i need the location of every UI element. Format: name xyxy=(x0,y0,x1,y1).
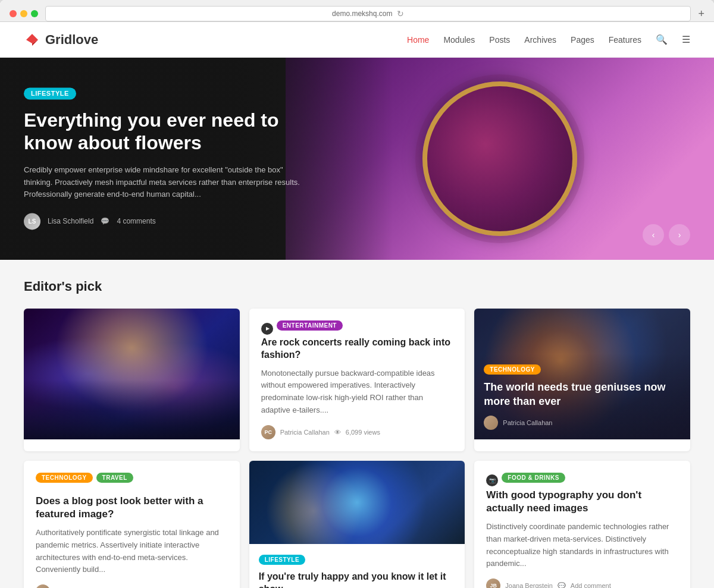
navbar: Gridlove Home Modules Posts Archives Pag… xyxy=(0,22,714,58)
avatar: LS xyxy=(24,213,40,230)
play-icon xyxy=(261,323,273,335)
card-concert xyxy=(24,309,240,451)
nav-archives[interactable]: Archives xyxy=(524,35,556,45)
comment-icon: 💬 xyxy=(101,218,109,226)
nav-posts[interactable]: Posts xyxy=(489,35,510,45)
minimize-button[interactable] xyxy=(20,10,27,17)
avatar: JB xyxy=(486,578,500,588)
avatar: PC xyxy=(261,425,275,439)
card-title[interactable]: With good typography you don't actually … xyxy=(486,489,678,515)
card-text: 📷 FOOD & DRINKS With good typography you… xyxy=(474,461,690,588)
card-blog-post: TECHNOLOGY TRAVEL Does a blog post look … xyxy=(24,461,240,588)
nav-features[interactable]: Features xyxy=(609,35,641,45)
card-text: TECHNOLOGY TRAVEL Does a blog post look … xyxy=(24,461,240,588)
lifestyle-image xyxy=(249,461,465,544)
tech-tag: TECHNOLOGY xyxy=(484,364,541,375)
nav-home[interactable]: Home xyxy=(407,35,429,45)
logo-icon xyxy=(24,32,40,48)
refresh-icon[interactable]: ↻ xyxy=(397,9,404,18)
card-meta: LS Lisa Scholfield 💬 Add comment xyxy=(36,584,228,588)
section-title: Editor's pick xyxy=(24,279,690,294)
next-slide-button[interactable]: › xyxy=(669,224,690,246)
tags-row: TECHNOLOGY TRAVEL xyxy=(36,473,228,489)
tag-row: 📷 FOOD & DRINKS xyxy=(486,473,678,489)
card-tag-travel: TRAVEL xyxy=(96,473,133,483)
maximize-button[interactable] xyxy=(31,10,38,17)
card-text: ENTERTAINMENT Are rock concerts really c… xyxy=(249,309,465,451)
tech-card-text: TECHNOLOGY The world needs true geniuses… xyxy=(474,354,690,439)
tag-row: ENTERTAINMENT xyxy=(261,320,453,337)
lifestyle-tag: LIFESTYLE xyxy=(259,555,305,565)
hero-content: LIFESTYLE Everything you ever need to kn… xyxy=(24,87,309,229)
hero-author: Lisa Scholfield xyxy=(48,218,93,226)
card-meta: JB Joana Bergstein 💬 Add comment xyxy=(486,578,678,588)
card-typography: 📷 FOOD & DRINKS With good typography you… xyxy=(474,461,690,588)
hero-excerpt: Credibly empower enterprise wide mindsha… xyxy=(24,164,309,201)
editors-grid: ENTERTAINMENT Are rock concerts really c… xyxy=(24,309,690,588)
card-excerpt: Authoritatively pontificate synergistic … xyxy=(36,527,228,576)
concert-image xyxy=(24,309,240,439)
add-comment-link2[interactable]: Add comment xyxy=(571,582,611,588)
card-tag: ENTERTAINMENT xyxy=(277,320,343,331)
prev-slide-button[interactable]: ‹ xyxy=(643,224,664,246)
camera-icon: 📷 xyxy=(486,474,498,486)
card-author: Patricia Callahan xyxy=(280,429,330,436)
browser-chrome: demo.mekshq.com ↻ + xyxy=(0,0,714,22)
hero-image xyxy=(422,81,577,236)
card-title[interactable]: If you're truly happy and you know it le… xyxy=(259,571,456,588)
sparkle xyxy=(249,461,465,544)
card-title[interactable]: Are rock concerts really coming back int… xyxy=(261,337,453,361)
hero-comments: 4 comments xyxy=(117,218,155,226)
tech-author: Patricia Callahan xyxy=(503,419,552,426)
search-icon[interactable]: 🔍 xyxy=(656,34,668,45)
concert-crowd xyxy=(24,380,240,439)
url-text: demo.mekshq.com xyxy=(332,10,392,18)
hero-meta: LS Lisa Scholfield 💬 4 comments xyxy=(24,213,309,230)
card-views: 6,099 views xyxy=(346,429,380,436)
hero-title: Everything you ever need to know about f… xyxy=(24,109,309,155)
slider-controls: ‹ › xyxy=(643,224,690,246)
card-title[interactable]: Does a blog post look better with a feat… xyxy=(36,495,228,521)
nav-modules[interactable]: Modules xyxy=(443,35,475,45)
card-meta: PC Patricia Callahan 👁 6,099 views xyxy=(261,425,453,439)
logo-text: Gridlove xyxy=(45,32,98,48)
nav-pages[interactable]: Pages xyxy=(571,35,594,45)
card-author: Joana Bergstein xyxy=(505,582,553,588)
card-rock-concerts: ENTERTAINMENT Are rock concerts really c… xyxy=(249,309,465,451)
new-tab-button[interactable]: + xyxy=(698,8,704,20)
tech-card-meta: Patricia Callahan xyxy=(484,416,681,430)
window-controls xyxy=(10,10,38,17)
hero-slider: LIFESTYLE Everything you ever need to kn… xyxy=(0,58,714,260)
card-text: LIFESTYLE If you're truly happy and you … xyxy=(249,544,465,588)
card-excerpt: Distinctively coordinate pandemic techno… xyxy=(486,521,678,570)
avatar xyxy=(484,416,498,430)
address-bar[interactable]: demo.mekshq.com ↻ xyxy=(45,6,691,21)
genius-image: TECHNOLOGY The world needs true geniuses… xyxy=(474,309,690,439)
menu-icon[interactable]: ☰ xyxy=(682,34,690,45)
card-genius: TECHNOLOGY The world needs true geniuses… xyxy=(474,309,690,451)
logo[interactable]: Gridlove xyxy=(24,32,98,48)
add-comment-icon2: 💬 xyxy=(558,582,566,588)
nav-links: Home Modules Posts Archives Pages Featur… xyxy=(407,34,690,45)
hero-category-tag: LIFESTYLE xyxy=(24,87,76,99)
tech-card-title[interactable]: The world needs true geniuses now more t… xyxy=(484,381,681,408)
avatar: LS xyxy=(36,584,50,588)
close-button[interactable] xyxy=(10,10,17,17)
main-content: Editor's pick ENTERTAINMENT Are rock con… xyxy=(0,260,714,588)
card-tag-tech: TECHNOLOGY xyxy=(36,473,93,483)
card-lifestyle: LIFESTYLE If you're truly happy and you … xyxy=(249,461,465,588)
card-excerpt: Monotonectally pursue backward-compatibl… xyxy=(261,367,453,417)
food-tag: FOOD & DRINKS xyxy=(502,473,565,483)
views-icon: 👁 xyxy=(334,429,341,436)
